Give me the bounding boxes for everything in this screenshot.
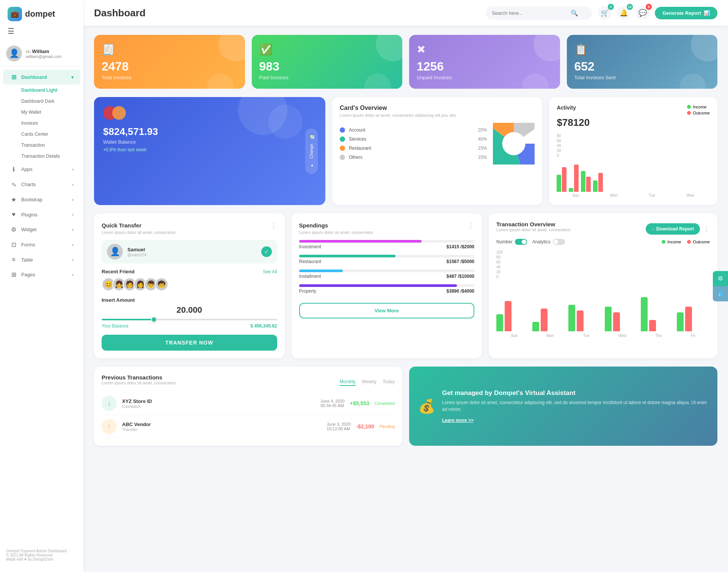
sidebar-item-invoices[interactable]: Invoices [3,118,80,129]
sidebar-item-label: Pages [21,272,35,277]
stat-card-unpaid-invoices: ✖ 1256 Unpaid Invoices [409,35,560,89]
hamburger-menu[interactable]: ☰ [0,27,83,41]
generate-report-button[interactable]: Generate Report 📊 [655,7,717,19]
transaction-bar-chart [496,282,710,331]
wallet-change: +0,8% than last week [103,147,316,152]
settings-float-button[interactable]: ⚙ [713,271,728,286]
sidebar-navigation: ⊞ Dashboard ▾ Dashboard Light Dashboard … [0,66,83,544]
transaction-amount-2: -$2,100 [356,423,374,429]
overview-item-restaurant: Restaurant 15% [340,146,487,151]
virtual-assistant-banner: 💰 Get managed by Dompet's Virtual Assist… [409,367,717,446]
cards-overview-card: Card's Overview Lorem ipsum dolor sit am… [332,97,542,205]
activity-card: Activity Income Outcome $78120 80 6 [549,97,717,205]
restaurant-pct: 15% [478,146,487,151]
svg-point-4 [502,132,526,155]
stat-card-total-invoices: 🧾 2478 Total Invoices [94,35,245,89]
water-drop-float-button[interactable]: 💧 [713,286,728,301]
user-profile: 👤 Hi, William william@gmail.com [0,41,83,66]
bell-icon-badge[interactable]: 🔔 12 [617,6,631,20]
sidebar-item-label: Table [21,257,33,263]
tab-today[interactable]: Today [383,379,395,386]
cart-icon-badge[interactable]: 🛒 2 [598,6,612,20]
chevron-right-icon: › [72,227,74,232]
qt-avatar: 👤 [107,244,123,260]
sidebar-item-dashboard-dark[interactable]: Dashboard Dark [3,96,80,107]
to-menu[interactable]: ⋮ [703,225,710,233]
sidebar-item-transaction-details[interactable]: Transaction Details [3,151,80,161]
unpaid-invoices-label: Unpaid Invoices [417,75,552,80]
restaurant-label: Restaurant [299,259,322,264]
to-controls: Number Analytics Income [496,239,710,245]
sidebar-item-dashboard[interactable]: ⊞ Dashboard ▾ [3,70,80,85]
see-more-link[interactable]: See All [263,269,277,274]
plugins-icon: ♥ [10,211,17,218]
stat-card-total-sent: 📋 652 Total Invoices Sent [567,35,718,89]
transaction-date-2: June 3, 2020 [327,422,351,426]
message-icon-badge[interactable]: 💬 5 [636,6,650,20]
analytics-label: Analytics [532,239,551,244]
balance-row: Your Balance $ 456,345.62 [102,323,277,329]
spendings-card: Spendings ⋮ Lorem ipsum dolor sit amet, … [292,213,482,358]
widget-icon: ⚙ [10,226,17,233]
transaction-overview-card: Transaction Overview Lorem ipsum dolor s… [489,213,717,358]
bootstrap-icon: ★ [10,196,17,203]
va-icon: 💰 [418,398,435,414]
spendings-menu[interactable]: ⋮ [468,221,474,229]
amount-slider[interactable] [102,319,277,320]
services-label: Services [349,136,474,142]
sidebar-item-cards-center[interactable]: Cards Center [3,129,80,139]
spendings-title: Spendings [299,222,328,229]
sidebar-item-table[interactable]: ≡ Table › [3,252,80,267]
quick-transfer-menu[interactable]: ⋮ [270,221,277,229]
quick-transfer-title: Quick Transfer [102,222,141,229]
search-box[interactable]: 🔍 [486,6,592,20]
sidebar-item-charts[interactable]: ∿ Charts › [3,177,80,192]
tab-weekly[interactable]: Weekly [362,379,377,386]
account-dot [340,127,345,133]
balance-label: Your Balance [102,323,129,329]
restaurant-label: Restaurant [349,146,474,151]
insert-amount-label: Insert Amount [102,297,277,303]
chevron-right-icon: › [72,212,74,217]
wallet-card: $824,571.93 Wallet Balance +0,8% than la… [94,97,325,205]
unpaid-invoices-number: 1256 [417,60,552,72]
refresh-icon: 🔄 [309,134,314,139]
previous-transactions-card: Previous Transactions Lorem ipsum dolor … [94,367,402,446]
sidebar-item-widget[interactable]: ⚙ Widget › [3,222,80,237]
view-more-button[interactable]: View More [299,303,475,318]
va-title: Get managed by Dompet's Virtual Assistan… [442,389,708,397]
activity-legend: Income Outcome [687,105,710,115]
sidebar-item-bootstrap[interactable]: ★ Bootstrap › [3,192,80,207]
tab-monthly[interactable]: Monthly [340,379,356,386]
transaction-row: ↓ XYZ Store ID Cashback June 4, 2020 05:… [102,392,395,415]
sidebar-item-transaction[interactable]: Transaction [3,140,80,150]
qt-user-handle: @sam224 [127,252,146,257]
overview-items: Account 20% Services 40% Restaurant 15% [340,127,487,160]
transaction-name-2: ABC Vendor [122,422,322,427]
transaction-name: XYZ Store ID [122,398,315,404]
chevron-down-icon: ▾ [71,75,74,80]
cart-badge: 2 [608,4,614,10]
download-report-button[interactable]: ↓ Download Report [646,223,700,235]
transfer-now-button[interactable]: TRANSFER NOW [102,335,277,351]
sidebar-item-forms[interactable]: ⊡ Forms › [3,237,80,252]
sidebar-item-dashboard-light[interactable]: Dashboard Light [3,85,80,96]
installment-label: Installment [299,274,321,279]
sidebar-item-label: Dashboard [21,74,47,80]
paid-invoices-number: 983 [259,60,395,72]
restaurant-dot [340,146,345,151]
sidebar-item-label: Plugins [21,212,38,218]
total-invoices-number: 2478 [102,60,237,72]
va-learn-more-link[interactable]: Learn more >> [442,418,474,423]
sidebar-item-my-wallet[interactable]: My Wallet [3,107,80,118]
number-toggle[interactable] [515,239,527,245]
sidebar-item-pages[interactable]: ⊞ Pages › [3,267,80,282]
app-name: dompet [25,9,55,19]
analytics-toggle[interactable] [553,239,565,245]
sidebar-item-apps[interactable]: ℹ Apps › [3,162,80,177]
header-icons: 🛒 2 🔔 12 💬 5 Generate Report 📊 [598,6,717,20]
chevron-right-icon: › [72,242,74,248]
sidebar-item-plugins[interactable]: ♥ Plugins › [3,207,80,222]
change-button[interactable]: 🔄 Change ▾ [305,128,318,174]
search-input[interactable] [492,10,568,16]
